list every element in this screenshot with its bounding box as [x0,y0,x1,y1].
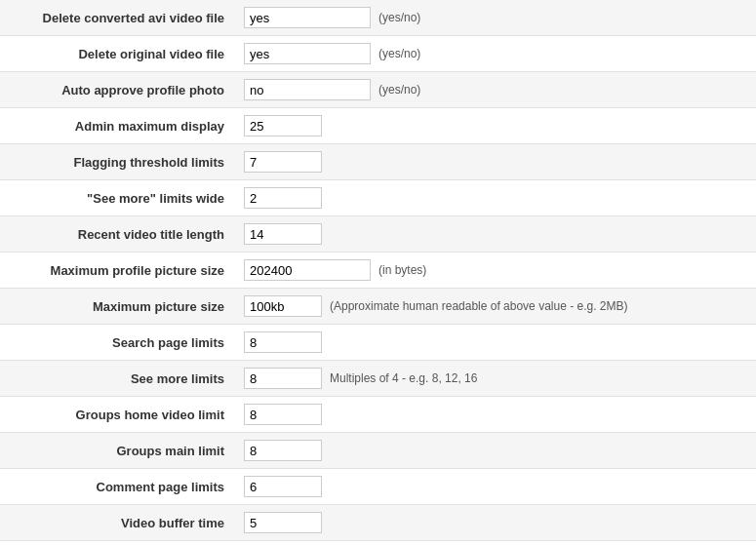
field-input-14[interactable] [244,512,322,533]
field-cell-12 [234,433,756,469]
field-label-4: Flagging threshold limits [0,144,234,180]
field-cell-13 [234,469,756,505]
field-label-6: Recent video title length [0,216,234,253]
settings-form: Delete converted avi video file(yes/no)D… [0,0,756,541]
field-cell-14 [234,505,756,541]
field-hint-8: (Approximate human readable of above val… [330,299,628,313]
field-cell-3 [234,108,756,144]
field-input-13[interactable] [244,476,322,497]
field-cell-5 [234,180,756,216]
field-cell-6 [234,216,756,253]
field-cell-8: (Approximate human readable of above val… [234,289,756,325]
field-label-14: Video buffer time [0,505,234,541]
field-input-11[interactable] [244,404,322,425]
field-label-5: "See more" limits wide [0,180,234,216]
field-label-7: Maximum profile picture size [0,253,234,289]
field-input-8[interactable] [244,295,322,317]
field-label-1: Delete original video file [0,36,234,72]
field-input-1[interactable] [244,43,371,64]
field-hint-10: Multiples of 4 - e.g. 8, 12, 16 [330,371,477,385]
submit-row: Update Information [0,541,756,545]
field-hint-0: (yes/no) [378,11,420,24]
field-cell-2: (yes/no) [234,72,756,108]
field-hint-2: (yes/no) [378,83,420,97]
field-cell-10: Multiples of 4 - e.g. 8, 12, 16 [234,361,756,397]
field-label-10: See more limits [0,361,234,397]
field-cell-11 [234,397,756,433]
field-input-0[interactable] [244,7,371,28]
field-label-0: Delete converted avi video file [0,0,234,36]
field-input-10[interactable] [244,368,322,389]
field-input-6[interactable] [244,223,322,245]
field-cell-1: (yes/no) [234,36,756,72]
field-hint-7: (in bytes) [378,263,426,277]
field-label-11: Groups home video limit [0,397,234,433]
field-input-2[interactable] [244,79,371,100]
field-label-3: Admin maximum display [0,108,234,144]
field-cell-9 [234,325,756,361]
field-label-2: Auto approve profile photo [0,72,234,108]
field-input-12[interactable] [244,440,322,461]
field-hint-1: (yes/no) [378,47,420,60]
field-cell-7: (in bytes) [234,253,756,289]
field-cell-4 [234,144,756,180]
field-label-8: Maximum picture size [0,289,234,325]
field-input-5[interactable] [244,187,322,209]
field-input-7[interactable] [244,259,371,281]
field-label-13: Comment page limits [0,469,234,505]
field-cell-0: (yes/no) [234,0,756,36]
field-label-9: Search page limits [0,325,234,361]
field-label-12: Groups main limit [0,433,234,469]
field-input-3[interactable] [244,115,322,136]
field-input-4[interactable] [244,151,322,173]
field-input-9[interactable] [244,331,322,353]
